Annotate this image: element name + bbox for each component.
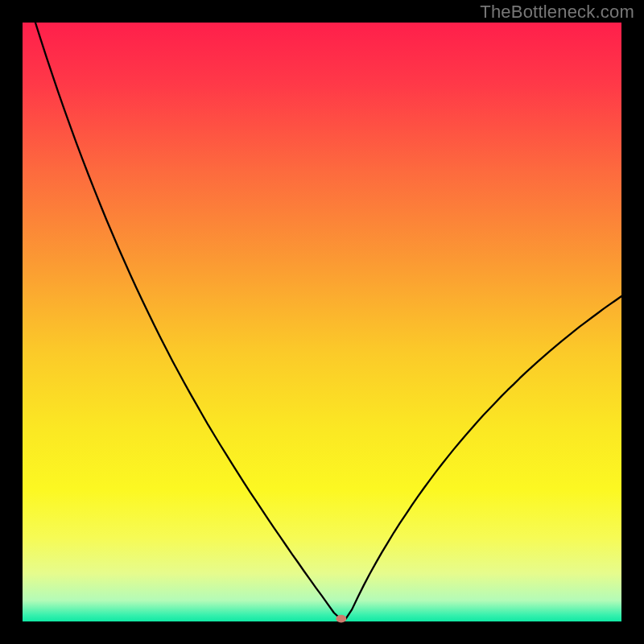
plot-background bbox=[23, 23, 621, 621]
optimum-marker bbox=[336, 615, 346, 623]
bottleneck-chart bbox=[0, 0, 644, 644]
watermark-label: TheBottleneck.com bbox=[480, 2, 634, 23]
chart-container: TheBottleneck.com bbox=[0, 0, 644, 644]
